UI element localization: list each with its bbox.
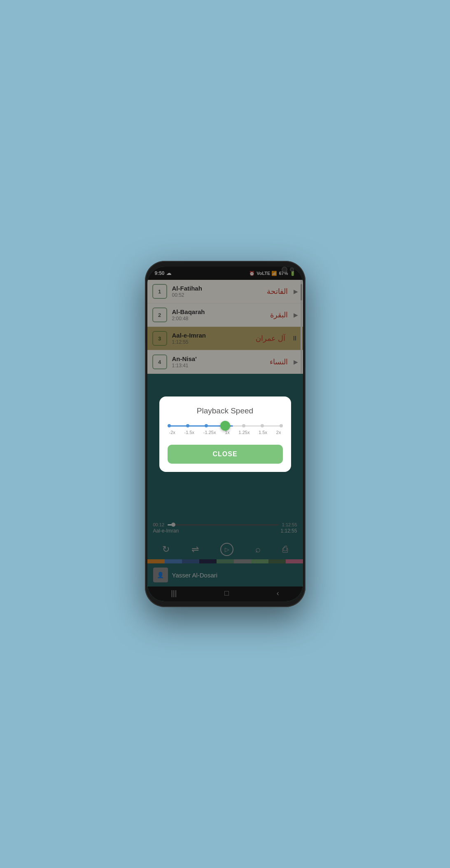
tick-minus1-5x bbox=[186, 424, 189, 427]
camera-lens-secondary bbox=[290, 267, 294, 272]
speed-slider-container[interactable]: -2x -1.5x -1.25x 1x 1.25x 1.5x 2x bbox=[168, 425, 283, 435]
modal-overlay[interactable]: Playback Speed bbox=[147, 267, 303, 601]
label-minus1-5x: -1.5x bbox=[184, 430, 194, 435]
tick-1-25x bbox=[242, 424, 245, 427]
power-button bbox=[305, 343, 305, 368]
label-1-5x: 1.5x bbox=[259, 430, 267, 435]
screen-content: 9:50 ☁ ⏰ VoLTE 📶 67% 🔋 1 Al-Fatihah 00:5… bbox=[147, 267, 303, 601]
tick-minus1-25x bbox=[205, 424, 208, 427]
slider-track bbox=[169, 425, 281, 427]
camera-area bbox=[282, 267, 294, 272]
close-button[interactable]: CLOSE bbox=[168, 445, 283, 464]
tick-2x bbox=[280, 424, 283, 427]
label-1-25x: 1.25x bbox=[239, 430, 250, 435]
dialog-title: Playback Speed bbox=[168, 406, 283, 415]
phone-screen: 9:50 ☁ ⏰ VoLTE 📶 67% 🔋 1 Al-Fatihah 00:5… bbox=[147, 267, 303, 601]
phone-device: 9:50 ☁ ⏰ VoLTE 📶 67% 🔋 1 Al-Fatihah 00:5… bbox=[145, 261, 305, 607]
playback-speed-dialog: Playback Speed bbox=[159, 396, 291, 472]
label-minus2x: -2x bbox=[169, 430, 175, 435]
camera-lens-main bbox=[282, 267, 287, 272]
tick-minus2x bbox=[168, 424, 171, 427]
volume-button bbox=[145, 327, 145, 343]
tick-1-5x bbox=[261, 424, 264, 427]
slider-thumb[interactable] bbox=[220, 421, 230, 431]
label-minus1-25x: -1.25x bbox=[203, 430, 216, 435]
label-2x: 2x bbox=[276, 430, 281, 435]
